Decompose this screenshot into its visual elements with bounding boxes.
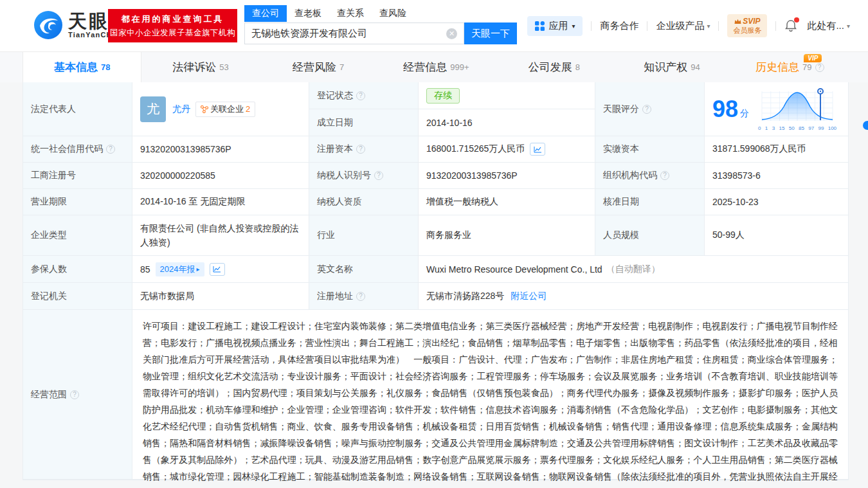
grid-icon bbox=[535, 21, 545, 31]
help-icon[interactable] bbox=[356, 91, 365, 100]
help-icon[interactable] bbox=[660, 171, 669, 180]
tab-label: 公司发展 bbox=[529, 60, 572, 75]
search-tab-risk[interactable]: 查风险 bbox=[372, 5, 414, 22]
help-icon[interactable] bbox=[70, 390, 79, 399]
help-icon[interactable] bbox=[106, 145, 115, 154]
tab-operating-risk[interactable]: 经营风险 7 bbox=[260, 52, 377, 82]
insured-label: 参保人数 bbox=[23, 256, 132, 283]
username: 此处有... bbox=[807, 20, 844, 32]
taxpayer-quality-label: 纳税人资质 bbox=[309, 189, 419, 215]
search-tab-boss[interactable]: 查老板 bbox=[287, 5, 329, 22]
tab-intellectual-property[interactable]: 知识产权 94 bbox=[613, 52, 730, 82]
label-text: 统一社会信用代码 bbox=[31, 143, 103, 155]
value-text: 91320200313985736P bbox=[426, 170, 518, 181]
insured-trend-button[interactable] bbox=[210, 263, 225, 276]
establish-date-label: 成立日期 bbox=[309, 109, 419, 136]
staff-size-label: 人员规模 bbox=[595, 215, 705, 256]
score-axis-ticks: 0 1 3 15 50 85 97 99 100 bbox=[758, 125, 836, 131]
notification-dot bbox=[794, 17, 799, 23]
search-button[interactable]: 天眼一下 bbox=[464, 23, 517, 44]
table-row: 统一社会信用代码 91320200313985736P 注册资本 168001.… bbox=[23, 136, 848, 163]
taxpayer-id-value: 91320200313985736P bbox=[419, 163, 595, 189]
tick: 100 bbox=[828, 125, 836, 131]
tab-basic-info[interactable]: 基本信息 78 bbox=[23, 52, 141, 82]
score-number: 98 bbox=[712, 98, 738, 121]
taxpayer-quality-value: 增值税一般纳税人 bbox=[419, 189, 595, 215]
clear-icon[interactable]: ✕ bbox=[446, 28, 457, 39]
table-row: 法定代表人 尤 尤丹 关联企业 2 bbox=[23, 82, 848, 136]
value-text: 有限责任公司 (非自然人投资或控股的法人独资) bbox=[140, 221, 301, 249]
search-tab-company[interactable]: 查公司 bbox=[244, 5, 287, 22]
capital-trend-button[interactable] bbox=[530, 143, 545, 156]
reg-authority-value: 无锡市数据局 bbox=[132, 283, 309, 310]
crown-icon bbox=[734, 19, 741, 24]
tab-label: 知识产权 bbox=[644, 60, 687, 75]
industry-value: 商务服务业 bbox=[419, 215, 595, 256]
table-row: 营业期限 2014-10-16 至 无固定期限 纳税人资质 增值税一般纳税人 核… bbox=[23, 189, 848, 215]
label-text: 法定代表人 bbox=[31, 104, 76, 115]
search-input[interactable]: 无锡地铁资源开发有限公司 ✕ bbox=[244, 23, 464, 44]
nav-enterprise-products[interactable]: 企业级产品 ▾ bbox=[656, 20, 710, 32]
apps-menu[interactable]: 应用 ▾ bbox=[527, 16, 583, 36]
paid-capital-value: 31871.599068万人民币 bbox=[705, 136, 848, 163]
table-row: 企业类型 有限责任公司 (非自然人投资或控股的法人独资) 行业 商务服务业 人员… bbox=[23, 215, 848, 256]
tab-count: 7 bbox=[339, 62, 344, 72]
label-text: 纳税人识别号 bbox=[317, 170, 371, 181]
user-menu[interactable]: 此处有... ▾ bbox=[807, 20, 850, 32]
label-text: 营业期限 bbox=[31, 196, 67, 208]
value-text: 91320200313985736P bbox=[140, 144, 231, 154]
credit-code-label: 统一社会信用代码 bbox=[23, 136, 132, 163]
address-value: 无锡市清扬路228号 附近公司 bbox=[419, 283, 848, 310]
value-text: Wuxi Metro Resource Development Co., Ltd bbox=[426, 264, 602, 275]
legal-rep-name-link[interactable]: 尤丹 bbox=[172, 104, 190, 115]
floating-widget[interactable] bbox=[863, 121, 868, 130]
value-text: 商务服务业 bbox=[426, 230, 471, 241]
search-tab-relation[interactable]: 查关系 bbox=[329, 5, 372, 22]
tick: 99 bbox=[818, 125, 824, 131]
business-scope-value: 许可项目：建设工程施工；建设工程设计；住宅室内装饰装修；第二类增值电信业务；第三… bbox=[132, 310, 848, 480]
label-text: 注册资本 bbox=[317, 143, 353, 155]
top-nav: 应用 ▾ 商务合作 企业级产品 ▾ SVIP 会员服务 bbox=[527, 0, 850, 51]
divider bbox=[591, 21, 592, 31]
nav-business-coop[interactable]: 商务合作 bbox=[600, 20, 638, 32]
table-row: 工商注册号 320200000220585 纳税人识别号 91320200313… bbox=[23, 163, 848, 189]
sub-row: 成立日期 2014-10-16 bbox=[309, 109, 595, 136]
tab-count: 79 bbox=[802, 62, 811, 72]
svip-member-badge[interactable]: SVIP 会员服务 bbox=[727, 14, 767, 38]
staff-size-value: 50-99人 bbox=[705, 215, 848, 256]
avatar[interactable]: 尤 bbox=[140, 96, 166, 122]
label-text: 行业 bbox=[317, 230, 335, 241]
promo-line2: 国家中小企业发展子基金旗下机构 bbox=[110, 28, 235, 39]
table-row: 登记机关 无锡市数据局 注册地址 无锡市清扬路228号 附近公司 bbox=[23, 283, 848, 310]
related-companies-tag[interactable]: 关联企业 2 bbox=[195, 102, 255, 117]
value-text: 50-99人 bbox=[712, 230, 745, 241]
svip-line1: SVIP bbox=[733, 17, 761, 26]
help-icon[interactable] bbox=[374, 171, 383, 180]
annual-report-tag[interactable]: 2024年报 ▸ bbox=[156, 262, 204, 276]
tab-history-info[interactable]: VIP 历史信息 79 bbox=[731, 52, 849, 82]
search-tabs: 查公司 查老板 查关系 查风险 bbox=[244, 4, 517, 22]
value-text: 31398573-6 bbox=[712, 170, 761, 181]
org-code-value: 31398573-6 bbox=[705, 163, 848, 189]
tianyancha-logo-icon bbox=[33, 10, 63, 40]
tianyancha-company-page: 天眼查 TianYanCha.com 都在用的商业查询工具 国家中小企业发展子基… bbox=[0, 0, 868, 488]
score-unit: 分 bbox=[740, 108, 749, 120]
tab-company-development[interactable]: 公司发展 8 bbox=[495, 52, 613, 82]
nearby-companies-link[interactable]: 附近公司 bbox=[511, 291, 547, 302]
reg-status-value: 存续 bbox=[419, 82, 595, 109]
table-row: 参保人数 85 2024年报 ▸ 英文名称 Wuxi Met bbox=[23, 256, 848, 283]
help-icon[interactable] bbox=[356, 145, 365, 154]
help-icon[interactable] bbox=[642, 105, 651, 114]
notification-bell[interactable] bbox=[784, 19, 799, 33]
help-icon[interactable] bbox=[356, 292, 365, 301]
tab-legal-litigation[interactable]: 法律诉讼 53 bbox=[141, 52, 259, 82]
address-label: 注册地址 bbox=[309, 283, 419, 310]
tab-business-info[interactable]: 经营信息 999+ bbox=[377, 52, 495, 82]
reg-number-label: 工商注册号 bbox=[23, 163, 132, 189]
approve-date-label: 核准日期 bbox=[595, 189, 705, 215]
english-name-label: 英文名称 bbox=[309, 256, 419, 283]
tick: 50 bbox=[789, 125, 795, 131]
tab-label: 历史信息 bbox=[755, 60, 799, 75]
svip-text: SVIP bbox=[743, 17, 760, 26]
help-icon[interactable] bbox=[815, 63, 824, 72]
